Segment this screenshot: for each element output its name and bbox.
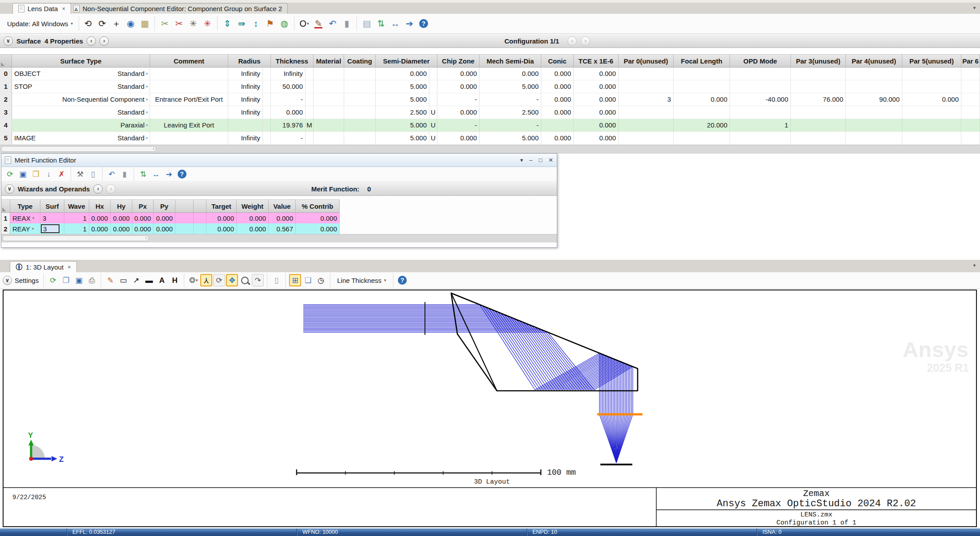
lens-horizontal-scrollbar[interactable]: ‹ [0,145,980,154]
open-icon[interactable]: ❐ [30,168,42,180]
help-icon[interactable]: ? [397,274,409,286]
pencil-icon[interactable]: ✎ [104,274,116,286]
lens-cell-tce-r3[interactable]: 0.000 [574,106,619,119]
update-dropdown-button[interactable]: Update: All Windows ▾ [4,18,76,29]
line-thickness-dropdown[interactable]: Line Thickness ▾ [333,275,389,286]
merit-cell-hy-r2[interactable]: 0.000 [111,223,132,234]
lens-cell-radius-r1[interactable]: Infinity [228,80,271,93]
earth-icon[interactable]: ◍ [278,16,291,31]
next-operand-button[interactable]: › [106,184,115,194]
go-next-icon[interactable]: ➔ [163,168,175,180]
lens-cell-par5-r0[interactable] [902,67,961,80]
lens-cell-tce-r5[interactable]: 0.000 [574,132,619,145]
lens-header-material[interactable]: Material [313,54,344,67]
merit-cell-weight-r1[interactable]: 0.000 [237,213,269,223]
merit-cell-wave-r1[interactable]: 1 [64,213,89,223]
lens-cell-opd-r4[interactable]: 1 [730,119,791,132]
lens-cell-par5-r4[interactable] [902,119,961,132]
pin-panel-icon[interactable]: ▼ [972,6,976,10]
merit-cell-target-r1[interactable]: 0.000 [206,213,237,223]
lens-cell-semi-r2[interactable]: 5.000 [376,93,437,106]
lens-cell-par6-r3[interactable] [961,106,980,119]
settings-label[interactable]: Settings [13,277,40,284]
lens-cell-par0-r0[interactable] [619,67,674,80]
print-icon[interactable]: ⎙ [86,274,98,286]
lens-cell-par0-r5[interactable] [619,132,674,145]
lens-cell-comment-r0[interactable] [150,67,228,80]
lens-cell-type-r0[interactable]: OBJECTStandard▾ [12,67,150,80]
lens-cell-comment-r4[interactable]: Leaving Exit Port [150,119,228,132]
merit-cell-hx-r2[interactable]: 0.000 [89,223,111,234]
lens-header-par6[interactable]: Par 6 [961,54,980,67]
help-icon[interactable]: ? [176,168,188,180]
lens-cell-mech-r0[interactable]: 0.000 [480,67,541,80]
lens-header-n[interactable] [0,54,12,67]
lens-cell-conic-r5[interactable]: 0.000 [541,132,574,145]
lens-cell-par5-r1[interactable] [902,80,961,93]
lens-cell-par6-r5[interactable] [961,132,980,145]
solve-code-cell[interactable] [429,67,437,80]
surface-type-dropdown-icon[interactable]: ▾ [146,93,150,106]
lens-cell-opd-r3[interactable] [730,106,791,119]
lens-cell-semi-r4[interactable]: 5.000U [376,119,437,132]
lens-cell-material-r4[interactable] [313,119,344,132]
lens-cell-n-r2[interactable]: 2 [0,93,12,106]
lens-cell-thickness-r3[interactable]: 0.000 [271,106,313,119]
undo-c-icon[interactable]: ↶ [326,16,339,31]
lens-cell-thickness-r1[interactable]: 50.000 [271,80,313,93]
surface-type-dropdown-icon[interactable]: ▾ [146,132,150,144]
lens-cell-focal-r4[interactable]: 20.000 [674,119,730,132]
lens-cell-conic-r0[interactable]: 0.000 [541,67,574,80]
merit-cell-type-r1[interactable]: REAX▾ [10,213,40,223]
lens-header-par0[interactable]: Par 0(unused) [619,54,674,67]
tab-nsc-editor[interactable]: Non-Sequential Component Editor: Compone… [67,3,288,14]
lens-cell-conic-r1[interactable]: 0.000 [541,80,574,93]
collapse-wizards-button[interactable]: ∨ [5,184,14,194]
image-surface-icon[interactable]: ▦ [138,16,151,31]
swap-lr-icon[interactable]: ↔ [389,16,402,31]
lens-cell-n-r3[interactable]: 3 [0,106,12,119]
merit-horizontal-scrollbar[interactable]: ‹ [1,234,557,242]
merit-cell-weight-r2[interactable]: 0.000 [237,223,269,234]
prev-surface-button[interactable]: ‹ [87,36,96,46]
lens-cell-opd-r1[interactable] [730,80,791,93]
lens-cell-material-r1[interactable] [313,80,344,93]
lens-header-thickness[interactable]: Thickness [271,54,313,67]
lens-cell-tce-r1[interactable]: 0.000 [574,80,619,93]
merit-header-type[interactable]: Type [10,199,40,213]
lens-cell-chip-r3[interactable]: 0.000 [437,106,480,119]
next-surface-button[interactable]: › [99,36,109,46]
lamp-icon[interactable]: ▯ [270,274,282,286]
merit-cell-py-r1[interactable]: 0.000 [154,213,175,223]
lens-cell-material-r0[interactable] [313,67,344,80]
solve-code-cell[interactable] [262,93,270,106]
merit-cell-contrib-r2[interactable]: 0.000 [296,223,340,234]
refresh-icon[interactable]: ⟳ [47,274,59,286]
merit-cell-value-r1[interactable]: 0.000 [269,213,296,223]
solve-code-cell[interactable] [429,93,437,106]
lens-cell-type-r5[interactable]: IMAGEStandard▾ [12,132,150,145]
merit-cell-surf-r1[interactable]: 3 [40,213,64,223]
auto-update-icon[interactable]: ◷ [315,274,327,286]
lens-cell-focal-r1[interactable] [674,80,730,93]
wavelength-arrow-icon[interactable]: ⇛ [235,16,248,31]
refresh-icon[interactable]: ⟳ [4,168,16,180]
merit-header-py[interactable]: Py [154,199,175,213]
lens-cell-radius-r0[interactable]: Infinity [228,67,271,80]
lens-cell-par3-r1[interactable] [791,80,846,93]
scrollbar-thumb[interactable] [2,235,149,241]
solve-code-cell[interactable]: U [429,132,437,144]
solve-code-cell[interactable] [305,67,313,80]
merit-cell-type-r2[interactable]: REAY▾ [10,223,40,234]
rotate-icon[interactable]: ⟳ [213,274,225,286]
lens-cell-chip-r0[interactable]: 0.000 [437,67,480,80]
lens-cell-mech-r5[interactable]: 5.000 [480,132,541,145]
reset-view-icon[interactable]: ↷ [252,274,264,286]
collapse-properties-button[interactable]: ∨ [4,36,13,46]
ray-fan-icon[interactable]: ✳ [186,16,200,31]
lens-cell-coating-r5[interactable] [344,132,376,145]
lens-cell-thickness-r5[interactable]: - [271,132,313,145]
lens-header-comment[interactable]: Comment [150,54,228,67]
doc-icon[interactable]: ▯ [87,168,99,180]
lens-cell-par5-r3[interactable] [902,106,961,119]
